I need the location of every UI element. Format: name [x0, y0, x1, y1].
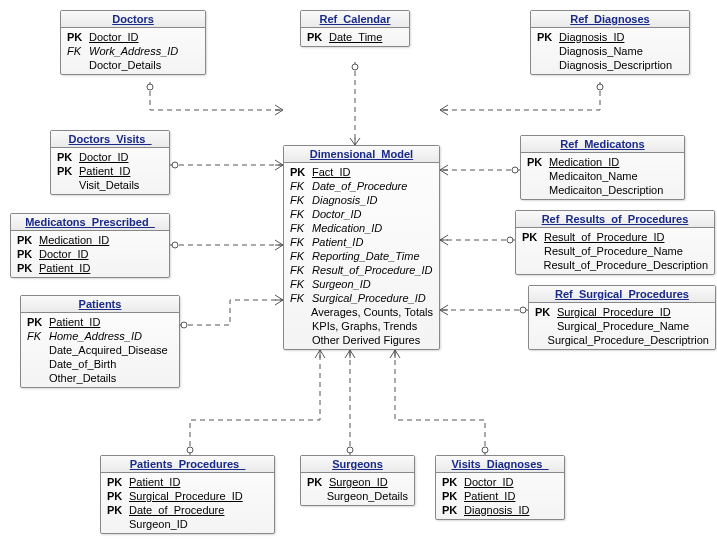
entity-ref-medicatons[interactable]: Ref_Medicatons PKMedication_IDMedicaiton… — [520, 135, 685, 200]
entity-field: FKDiagnosis_ID — [284, 193, 439, 207]
field-name: Surgeon_ID — [312, 277, 371, 291]
entity-doctors[interactable]: Doctors PKDoctor_IDFKWork_Address_IDDoct… — [60, 10, 206, 75]
field-name: Doctor_ID — [89, 30, 139, 44]
entity-visits-diagnoses[interactable]: Visits_Diagnoses_ PKDoctor_IDPKPatient_I… — [435, 455, 565, 520]
entity-doctors-visits[interactable]: Doctors_Visits_ PKDoctor_IDPKPatient_IDV… — [50, 130, 170, 195]
field-name: Patient_ID — [129, 475, 180, 489]
key-label: FK — [290, 277, 312, 291]
entity-field: PKDoctor_ID — [11, 247, 169, 261]
field-name: Diagnosis_ID — [464, 503, 529, 517]
key-label: PK — [107, 489, 129, 503]
entity-field: Diagnosis_Name — [531, 44, 689, 58]
key-label: PK — [442, 489, 464, 503]
key-label — [537, 44, 559, 58]
field-name: Doctor_Details — [89, 58, 161, 72]
entity-medicatons-prescribed[interactable]: Medicatons_Prescribed_ PKMedication_IDPK… — [10, 213, 170, 278]
field-name: Date_of_Procedure — [129, 503, 224, 517]
entity-field: Surgical_Procedure_Descriptrion — [529, 333, 715, 347]
entity-dimensional-model[interactable]: Dimensional_Model PKFact_IDFKDate_of_Pro… — [283, 145, 440, 350]
key-label — [527, 183, 549, 197]
entity-field: PKSurgical_Procedure_ID — [529, 305, 715, 319]
entity-rows: PKSurgical_Procedure_IDSurgical_Procedur… — [529, 303, 715, 349]
entity-field: Result_of_Procedure_Description — [516, 258, 714, 272]
svg-point-7 — [181, 322, 187, 328]
entity-field: PKPatient_ID — [101, 475, 274, 489]
field-name: Doctor_ID — [312, 207, 362, 221]
field-name: Surgical_Procedure_Descriptrion — [548, 333, 709, 347]
entity-field: FKDate_of_Procedure — [284, 179, 439, 193]
field-name: Other Derived Figures — [312, 333, 420, 347]
entity-field: PKPatient_ID — [436, 489, 564, 503]
entity-patients[interactable]: Patients PKPatient_IDFKHome_Address_IDDa… — [20, 295, 180, 388]
entity-field: FKSurgeon_ID — [284, 277, 439, 291]
key-label — [290, 319, 312, 333]
field-name: Patient_ID — [312, 235, 363, 249]
entity-ref-results-of-procedures[interactable]: Ref_Results_of_Procedures PKResult_of_Pr… — [515, 210, 715, 275]
entity-field: PKPatient_ID — [11, 261, 169, 275]
key-label: PK — [67, 30, 89, 44]
svg-point-8 — [520, 307, 526, 313]
entity-field: Result_of_Procedure_Name — [516, 244, 714, 258]
entity-field: FKSurgical_Procedure_ID — [284, 291, 439, 305]
entity-field: Medicaiton_Description — [521, 183, 684, 197]
entity-title: Ref_Diagnoses — [531, 11, 689, 28]
field-name: Date_of_Birth — [49, 357, 116, 371]
entity-ref-surgical-procedures[interactable]: Ref_Surgical_Procedures PKSurgical_Proce… — [528, 285, 716, 350]
entity-field: PKResult_of_Procedure_ID — [516, 230, 714, 244]
entity-field: PKDiagnosis_ID — [531, 30, 689, 44]
entity-ref-diagnoses[interactable]: Ref_Diagnoses PKDiagnosis_IDDiagnosis_Na… — [530, 10, 690, 75]
key-label: PK — [442, 503, 464, 517]
entity-title: Medicatons_Prescribed_ — [11, 214, 169, 231]
field-name: Medication_ID — [549, 155, 619, 169]
field-name: Result_of_Procedure_ID — [544, 230, 664, 244]
key-label — [107, 517, 129, 531]
key-label: PK — [17, 233, 39, 247]
entity-title: Ref_Results_of_Procedures — [516, 211, 714, 228]
field-name: Surgical_Procedure_ID — [312, 291, 426, 305]
key-label — [522, 258, 544, 272]
entity-rows: PKDoctor_IDPKPatient_IDVisit_Details — [51, 148, 169, 194]
field-name: Reporting_Date_Time — [312, 249, 420, 263]
key-label — [290, 333, 312, 347]
key-label — [27, 343, 49, 357]
svg-point-1 — [352, 64, 358, 70]
field-name: Visit_Details — [79, 178, 139, 192]
field-name: Surgeon_ID — [329, 475, 388, 489]
key-label: FK — [290, 221, 312, 235]
key-label: FK — [290, 179, 312, 193]
key-label — [307, 489, 327, 503]
key-label — [522, 244, 544, 258]
entity-field: FKResult_of_Procedure_ID — [284, 263, 439, 277]
key-label — [27, 357, 49, 371]
key-label: PK — [522, 230, 544, 244]
entity-field: Other Derived Figures — [284, 333, 439, 347]
key-label: PK — [57, 150, 79, 164]
entity-field: PKDate_Time — [301, 30, 409, 44]
entity-patients-procedures[interactable]: Patients_Procedures_ PKPatient_IDPKSurgi… — [100, 455, 275, 534]
key-label: PK — [290, 165, 312, 179]
key-label: FK — [27, 329, 49, 343]
field-name: Averages, Counts, Totals — [311, 305, 433, 319]
field-name: Result_of_Procedure_Description — [544, 258, 708, 272]
entity-rows: PKDoctor_IDPKPatient_IDPKDiagnosis_ID — [436, 473, 564, 519]
field-name: Surgical_Procedure_Name — [557, 319, 689, 333]
entity-surgeons[interactable]: Surgeons PKSurgeon_IDSurgeon_Details — [300, 455, 415, 506]
field-name: Patient_ID — [49, 315, 100, 329]
key-label — [535, 333, 548, 347]
entity-field: Date_of_Birth — [21, 357, 179, 371]
key-label — [27, 371, 49, 385]
field-name: Date_Time — [329, 30, 382, 44]
key-label — [57, 178, 79, 192]
field-name: Diagnosis_ID — [312, 193, 377, 207]
field-name: Medication_ID — [312, 221, 382, 235]
key-label: PK — [527, 155, 549, 169]
entity-ref-calendar[interactable]: Ref_Calendar PKDate_Time — [300, 10, 410, 47]
entity-field: Date_Acquired_Disease — [21, 343, 179, 357]
key-label — [535, 319, 557, 333]
key-label — [527, 169, 549, 183]
entity-title: Doctors — [61, 11, 205, 28]
svg-point-11 — [482, 447, 488, 453]
field-name: Medicaiton_Description — [549, 183, 663, 197]
entity-rows: PKResult_of_Procedure_IDResult_of_Proced… — [516, 228, 714, 274]
key-label: FK — [290, 291, 312, 305]
